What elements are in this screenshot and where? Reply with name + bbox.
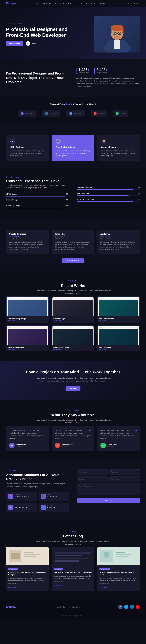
about-text: About Me I'm Professional Designer and F…	[6, 68, 70, 84]
blog-desc-1: Lorem ipsum dolor sit amet, consectetur …	[8, 577, 47, 584]
skills-desc: Lorem ipsum dolor sit amet, consectetur …	[6, 184, 69, 189]
portfolio-item-5[interactable]: Dark Agency Design Web Design	[52, 325, 94, 352]
nav-services[interactable]: Services	[55, 3, 64, 4]
watch-intro-button[interactable]: ▶ Watch Intro	[26, 41, 40, 46]
blog-title-3: 10 Best Google Fonts In 2022 & How To Us…	[99, 572, 138, 576]
author-role-3: Manager	[107, 446, 117, 447]
nav-pages[interactable]: Pages	[81, 3, 87, 4]
about-section: About Me I'm Professional Designer and F…	[0, 58, 146, 97]
portfolio-cat-3: Web Design	[99, 320, 138, 321]
testimonials-grid: " Lorem ipsum dolor sit amet, consectetu…	[6, 426, 140, 451]
blog-read-more-3[interactable]: Read More »	[99, 587, 108, 588]
phone-value: (+) 20 314 294	[47, 496, 57, 497]
nav-home[interactable]: Home	[34, 3, 39, 4]
youtube-icon[interactable]: ▶	[136, 605, 140, 609]
exp-card-tokopedia: Tokopedia Graphic Mentor – 1 01/2019 – 2…	[52, 230, 94, 254]
blog-read-more-2[interactable]: Read More »	[54, 584, 63, 586]
footer-privacy-link[interactable]: Privacy & Policy	[55, 606, 66, 608]
portfolio-header: My Portfolio Recent Works Lorem ipsum do…	[6, 280, 140, 295]
exp-apple-company: Apple Inc.	[100, 233, 137, 235]
send-message-button[interactable]: Send Message	[77, 498, 140, 503]
footer-terms-link[interactable]: Terms Condition	[69, 606, 80, 608]
nav-portfolio[interactable]: Portfolio	[68, 3, 78, 4]
name-field[interactable]	[77, 469, 107, 474]
experience-section: Google Singapore UI/UX Designer 01/2019 …	[0, 218, 146, 271]
linkedin-icon[interactable]: in	[130, 605, 134, 609]
blog-read-more-1[interactable]: Read More »	[8, 587, 17, 588]
portfolio-cat-4: App Design	[8, 348, 47, 350]
hero-person-svg	[97, 16, 137, 52]
portfolio-item-3[interactable]: Web Cybersecurity Web Design	[97, 296, 140, 322]
contact-inner: Get In Touch Affordable Solutions For Al…	[6, 469, 140, 512]
portfolio-info-3: Web Cybersecurity Web Design	[97, 316, 140, 322]
message-field[interactable]	[77, 483, 140, 496]
portfolio-info-6: Web Consulting Web Design	[97, 345, 140, 352]
svg-rect-7	[122, 28, 123, 33]
exp-tokopedia-desc: Lorem ipsum dolor sit amet, consectetur …	[55, 241, 91, 251]
twitter-icon[interactable]: t	[124, 605, 128, 609]
quote-mark-1: "	[44, 430, 46, 434]
exp-google-desc: Lorem ipsum dolor sit amet, consectetur …	[9, 241, 46, 251]
skills-inner: My Experience Skills and Experience That…	[6, 176, 140, 211]
cta-contact-button[interactable]: Contact Us	[66, 386, 80, 391]
portfolio-item-1[interactable]: Content Writing Design UI/UX Design	[6, 296, 49, 322]
footer-logo: Enrique.	[6, 606, 16, 608]
svg-rect-25	[55, 555, 82, 556]
exp-google-role: UI/UX Designer	[9, 236, 46, 237]
skill-frontend-fill	[77, 190, 133, 190]
play-icon: ▶	[26, 41, 30, 46]
download-icon: ⬇	[67, 260, 68, 262]
view-portfolio-button[interactable]: View Portfolio	[6, 41, 23, 46]
client-icon-3	[69, 112, 72, 115]
svg-rect-24	[55, 552, 91, 554]
stat-clients: 3 423+ Happy Clients	[94, 68, 108, 74]
author-name-1: Dennis Kane	[16, 444, 26, 446]
cta-desc: Lorem ipsum dolor sit amet, consectetur …	[35, 377, 111, 382]
testimonials-title: What They Say About Me	[6, 413, 140, 417]
browser-mock-6	[98, 326, 139, 345]
svg-rect-26	[55, 558, 88, 559]
portfolio-name-5: Dark Agency Design	[53, 346, 93, 348]
portfolio-cat-6: Web Design	[99, 348, 138, 350]
skills-section: My Experience Skills and Experience That…	[0, 168, 146, 218]
skills-title: Skills and Experience That I Have	[6, 179, 69, 183]
testimonial-text-2: Lorem ipsum dolor sit amet, consectetur …	[55, 429, 91, 440]
testimonials-header: My Feedback What They Say About Me Lorem…	[6, 409, 140, 424]
nav-blog[interactable]: Blog	[91, 3, 96, 4]
experience-grid: Google Singapore UI/UX Designer 01/2019 …	[6, 230, 140, 254]
testimonial-author-1: D Dennis Kane Designer	[9, 443, 46, 448]
portfolio-item-2[interactable]: Interior Design UI/UX Design	[52, 296, 94, 322]
contact-items: 📍 Address 12 Sunset Road No.5 📞 Phone (+…	[6, 492, 69, 512]
blog-tag-3: Google Fonts	[99, 568, 110, 570]
skill-graphic-label: Graphic Design	[6, 199, 18, 201]
skills-right: Front End Developer 89% Web Development …	[77, 176, 140, 211]
svg-point-16	[119, 33, 120, 34]
blog-img-1	[6, 547, 49, 565]
testimonial-text-3: Lorem ipsum dolor sit amet, consectetur …	[100, 429, 137, 440]
facebook-icon[interactable]: f	[118, 605, 122, 609]
email-icon: ✉	[8, 505, 13, 510]
phone-icon: 📞	[41, 494, 46, 499]
skills-label: My Experience	[6, 176, 69, 178]
phone-field[interactable]	[109, 476, 140, 482]
svg-rect-2	[114, 40, 120, 49]
email-field[interactable]	[109, 469, 140, 474]
blog-title-2: Tips How to Design With Handwritten Type…	[54, 572, 92, 574]
contact-address-info: Address 12 Sunset Road No.5	[15, 494, 29, 497]
nav-contact[interactable]: Contact	[99, 3, 107, 4]
browser-mock-4	[7, 326, 48, 345]
portfolio-name-2: Interior Design	[53, 318, 93, 320]
portfolio-item-4[interactable]: Delivery App Design App Design	[6, 325, 49, 352]
clients-row: Swift News WordPress Asset Bros Vectorly…	[6, 110, 140, 116]
services-grid: 🖥 UI/UX Designer Lorem ipsum dolor sit a…	[6, 135, 140, 161]
skill-frontend-bar	[77, 190, 140, 190]
skill-mobile-label: Mobile App Design	[6, 205, 20, 207]
portfolio-item-6[interactable]: Web Consulting Web Design	[97, 325, 140, 352]
cta-title: Have a Project on Your Mind? Let's Work …	[6, 370, 140, 374]
client-icon-4	[94, 112, 97, 115]
download-cv-button[interactable]: ⬇ Download CV	[62, 258, 84, 263]
skill-webdev-label: Web Development	[77, 192, 90, 194]
nav-about[interactable]: About Me	[43, 3, 52, 4]
footer-links: Privacy & Policy Terms Condition	[55, 606, 80, 608]
subject-field[interactable]	[77, 476, 107, 482]
